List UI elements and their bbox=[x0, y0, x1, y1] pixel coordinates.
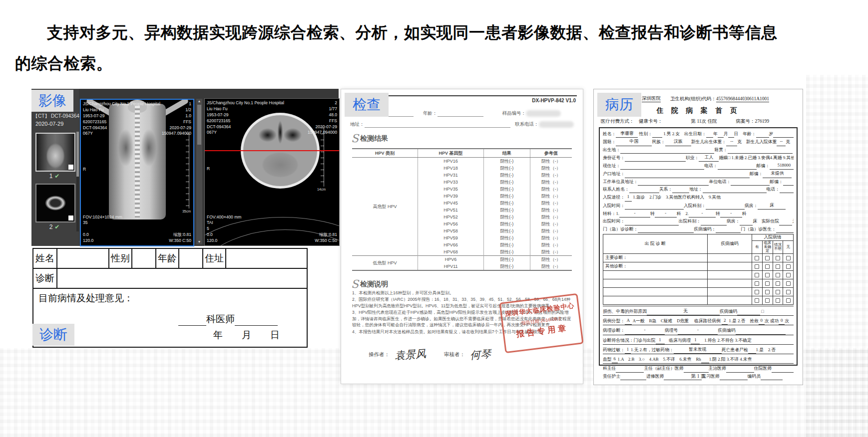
field-label: 诊断 bbox=[33, 269, 57, 288]
check-icon: ✔ bbox=[54, 173, 59, 180]
category-cell: 高危型 HPV bbox=[352, 158, 418, 256]
field-value bbox=[132, 249, 156, 268]
table-cell: 阴性(-) bbox=[484, 227, 530, 234]
field-text: 死亡患者尸检 bbox=[722, 346, 748, 354]
text-line: 6200723165 bbox=[83, 119, 160, 125]
field-text: 住院医师 bbox=[754, 365, 772, 372]
field-text: 邮编： bbox=[750, 170, 763, 178]
field-text: 次 成功 bbox=[765, 317, 779, 325]
field-value bbox=[629, 188, 659, 193]
hpv-result-table: HPV 类别 HPV 基因型 结果 参考值 高危型 HPVHPV16阴性(-)阴… bbox=[352, 148, 572, 271]
text-line: FFS bbox=[162, 119, 191, 125]
text-line: JS/Changzhou City No.1 People Hospital bbox=[83, 101, 160, 107]
column-header: 临床 未确定 bbox=[762, 240, 773, 253]
field-value bbox=[756, 132, 769, 138]
thumbnail-number: 1 bbox=[49, 173, 53, 180]
thumbnail-1[interactable] bbox=[35, 133, 75, 172]
field-value bbox=[703, 188, 767, 193]
field-text: 样品编号： bbox=[483, 110, 526, 117]
sidebar-scrollbar[interactable] bbox=[76, 132, 79, 231]
record-field-line: 工作单位及地址：单位电话：邮编： bbox=[603, 178, 794, 186]
field-value bbox=[672, 188, 689, 193]
record-field-line: 户口地址：邮编：未提供 bbox=[603, 170, 794, 178]
text-line: 150947.094000 bbox=[162, 131, 191, 137]
scrollbar-thumb[interactable] bbox=[197, 105, 201, 145]
field-value bbox=[736, 329, 786, 335]
signature-row: 操作者： 袁景风 审核者： 何琴 bbox=[369, 348, 509, 362]
section-notes-header: S检测说明 bbox=[351, 280, 388, 289]
table-row bbox=[603, 279, 794, 287]
field-text: 1.是 2.否 抢救 bbox=[728, 317, 759, 325]
reference-scan-line bbox=[205, 150, 339, 151]
exam-report: DX-HPVP-842 V1.0 年龄： 样品编号： 地址： 联系电话： S检测… bbox=[341, 89, 583, 384]
code-cell bbox=[708, 262, 752, 270]
field-text: 科 2. bbox=[677, 210, 689, 218]
table-cell: HPV11 bbox=[418, 263, 484, 270]
record-field-line: 药物过敏：11.无 2.有，过敏药物：暂未发现死亡患者尸检1.是 2.否 bbox=[603, 344, 794, 354]
field-text: 天 bbox=[792, 218, 794, 225]
diagnosis-label-cell bbox=[603, 296, 708, 304]
thumbnail-2[interactable] bbox=[35, 184, 75, 222]
scroll-up-icon[interactable]: ▲ bbox=[198, 99, 201, 104]
field-value bbox=[779, 220, 792, 225]
checkbox-icon bbox=[765, 281, 770, 286]
table-row: 主要诊断： bbox=[603, 253, 794, 262]
table-cell: 阴性（-） bbox=[530, 207, 572, 214]
checkbox-icon bbox=[786, 298, 791, 303]
viewer-scrollbar[interactable]: ▲ ▼ bbox=[196, 99, 202, 244]
patient-info-overlay: JS/Changzhou City No.1 People HospitalLi… bbox=[83, 101, 160, 137]
record-field-line: 现住址：电话：邮编：518000 bbox=[603, 162, 794, 170]
scroll-down-icon[interactable]: ▼ bbox=[198, 239, 201, 244]
field-value: 1 bbox=[625, 193, 632, 201]
record-field-line: 诊断符合情况：门诊与出院1 临床与病理1 1.符合 2.不符合 3.不确定 bbox=[603, 335, 794, 344]
checkbox-icon bbox=[786, 273, 791, 277]
field-text: 职业： bbox=[686, 154, 699, 162]
field-value bbox=[737, 310, 760, 315]
record-field-line: 转科：1.-转-科 2.-转-科 bbox=[603, 210, 794, 218]
record-field-line: 出院时间：出院科别：病房：床 实际住院天 bbox=[603, 218, 794, 225]
scrollbar-thumb[interactable] bbox=[76, 132, 79, 177]
text-line: 5 bbox=[207, 226, 241, 232]
field-text: 年龄： bbox=[414, 110, 437, 117]
field-text: 身份证号： bbox=[603, 154, 625, 162]
viewer-pane-axial[interactable]: JS/Changzhou City No.1 People HospitalLi… bbox=[204, 98, 340, 246]
field-label: 年龄 bbox=[156, 249, 179, 268]
body-label: 目前病情及处理意见： bbox=[38, 292, 302, 305]
text-line: FOV:1024×1024 mm bbox=[83, 215, 122, 220]
field-text: 关系： bbox=[659, 186, 672, 193]
field-value: 518000 bbox=[770, 162, 794, 170]
category-cell: 低危型 HPV bbox=[352, 256, 418, 271]
operator-signature: 袁景风 bbox=[394, 347, 427, 363]
field-value: 汉族 bbox=[665, 138, 691, 146]
table-cell: 阴性(-) bbox=[484, 158, 530, 165]
column-header: 疾病编码 bbox=[708, 234, 752, 253]
checkbox-cell bbox=[773, 279, 783, 287]
patient-info-overlay: JS/Changzhou City No.1 People HospitalLi… bbox=[207, 100, 284, 136]
field-value bbox=[773, 132, 794, 138]
field-value: - bbox=[625, 326, 665, 334]
field-value bbox=[365, 122, 510, 128]
reviewer-label: 审核者： bbox=[444, 351, 465, 358]
field-value: 中国 bbox=[616, 138, 652, 146]
table-cell: 阴性(-) bbox=[484, 207, 530, 214]
field-value bbox=[620, 164, 704, 170]
table-cell: 阴性(-) bbox=[484, 214, 530, 220]
text-line: FOV:400×400 mm bbox=[207, 215, 241, 220]
record-fields: 姓名：李珊蓉 性别： 1.男 2.女 出生日期：年月日 年龄：岁国籍：中国民族：… bbox=[603, 130, 794, 233]
table-cell: 阴性（-） bbox=[530, 248, 572, 256]
table-cell: 阴性（-） bbox=[530, 220, 572, 227]
text-line: FFS bbox=[308, 118, 337, 124]
field-text: 门（急）诊诊断： bbox=[603, 225, 638, 233]
code-cell bbox=[708, 279, 752, 287]
field-value bbox=[620, 148, 714, 154]
checkbox-icon bbox=[765, 273, 770, 277]
table-cell: 阴性(-) bbox=[484, 179, 530, 186]
checkbox-cell bbox=[783, 262, 794, 270]
viewer-pane-scout[interactable]: JS/Changzhou City No.1 People HospitalLi… bbox=[80, 99, 194, 246]
field-label: 住址 bbox=[203, 249, 226, 268]
table-cell: HPV6 bbox=[418, 256, 484, 263]
text-line: 2 bbox=[308, 100, 337, 106]
field-value: 6 bbox=[612, 355, 618, 363]
text-line: DCT-094364 bbox=[207, 124, 284, 130]
checkbox-cell bbox=[762, 287, 773, 296]
